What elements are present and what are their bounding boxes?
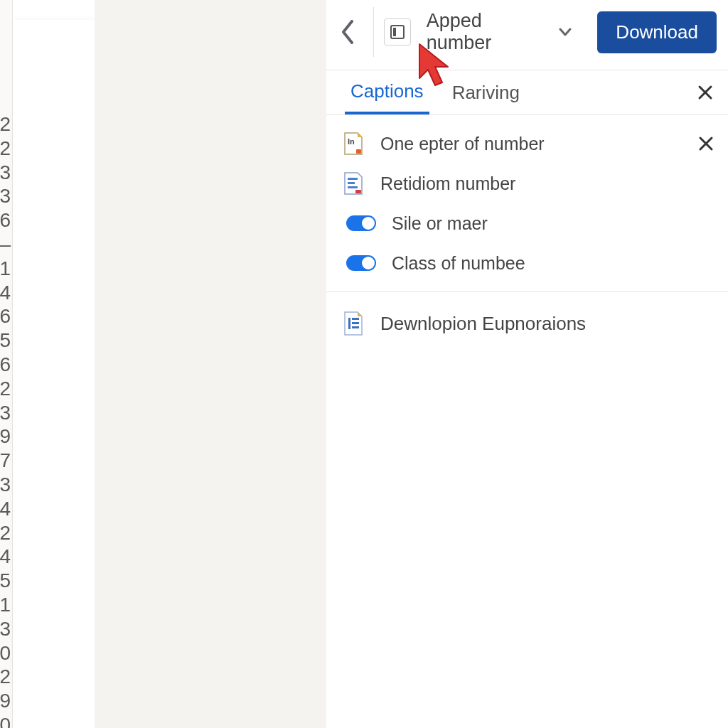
line-number: 2 <box>0 136 11 161</box>
line-number: 2 <box>0 665 11 689</box>
chevron-left-icon <box>341 20 355 44</box>
option-class-toggle-row: Class of numbee <box>342 243 714 283</box>
line-number: 1 <box>0 593 11 617</box>
svg-rect-6 <box>348 186 358 188</box>
side-panel: Apped number Download Captions Rariving … <box>326 0 728 728</box>
line-number: 2 <box>0 521 11 545</box>
close-icon <box>698 136 714 151</box>
extra-row-label: Dewnlopion Eupnoraions <box>380 313 586 335</box>
download-button[interactable]: Download <box>597 11 717 53</box>
tabs-row: Captions Rariving <box>326 70 728 115</box>
line-number: 3 <box>0 617 11 641</box>
toggle-label: Sile or maer <box>392 213 488 234</box>
line-number: 2 <box>0 112 11 136</box>
line-number: 3 <box>0 161 11 185</box>
toolbar-square-button[interactable] <box>384 18 411 46</box>
line-number: 0 <box>0 641 11 665</box>
line-number: 7 <box>0 449 11 473</box>
separator <box>326 291 728 292</box>
option-sile-toggle-row: Sile or maer <box>342 203 714 243</box>
option-label: Retidiom number <box>380 173 515 194</box>
line-number: 2 <box>0 377 11 401</box>
option-label: One epter of number <box>380 134 545 154</box>
toggle-label: Class of numbee <box>392 253 525 274</box>
divider <box>373 7 374 57</box>
svg-text:In: In <box>348 137 355 146</box>
close-tabs-button[interactable] <box>697 84 714 101</box>
line-number: 4 <box>0 497 11 521</box>
svg-rect-0 <box>391 26 404 38</box>
svg-rect-9 <box>352 318 359 320</box>
svg-rect-3 <box>356 149 361 154</box>
option-retidiom[interactable]: Retidiom number <box>342 164 714 203</box>
line-number: 0 <box>0 713 11 728</box>
line-number: 6 <box>0 353 11 377</box>
svg-rect-10 <box>352 322 359 324</box>
line-number-gutter: 22336–14656239734245130290 <box>0 0 13 728</box>
svg-rect-4 <box>348 178 358 180</box>
line-number: 5 <box>0 328 11 353</box>
line-number: 6 <box>0 304 11 328</box>
panel-icon <box>390 24 405 40</box>
canvas-gap <box>95 0 326 728</box>
line-number: 9 <box>0 424 11 449</box>
svg-rect-5 <box>348 182 355 184</box>
close-icon <box>697 84 714 101</box>
tab-rariving[interactable]: Rariving <box>446 70 525 114</box>
options-section: In One epter of number <box>326 115 728 346</box>
line-number: 4 <box>0 281 11 305</box>
panel-toolbar: Apped number Download <box>326 0 728 64</box>
line-number: 3 <box>0 401 11 425</box>
svg-rect-1 <box>393 28 396 36</box>
toggle-class[interactable] <box>346 255 376 271</box>
line-number: 6 <box>0 208 11 232</box>
svg-rect-8 <box>348 318 350 329</box>
line-number: 3 <box>0 184 11 208</box>
line-number: 3 <box>0 473 11 497</box>
chevron-down-icon <box>559 28 572 36</box>
dewnlopion-row[interactable]: Dewnlopion Eupnoraions <box>342 301 714 346</box>
line-number: 9 <box>0 689 11 713</box>
remove-option-button[interactable] <box>698 136 714 151</box>
toggle-sile[interactable] <box>346 215 376 231</box>
svg-rect-7 <box>355 190 361 193</box>
file-in-icon: In <box>342 132 365 156</box>
option-one-epter[interactable]: In One epter of number <box>342 124 714 164</box>
append-number-dropdown[interactable]: Apped number <box>421 6 578 58</box>
doc-outline-icon <box>342 311 365 336</box>
list-file-icon <box>342 171 365 196</box>
svg-rect-11 <box>352 326 359 328</box>
line-number: 1 <box>0 257 11 281</box>
document-page <box>13 20 95 728</box>
dropdown-label: Apped number <box>427 10 552 54</box>
tab-captions[interactable]: Captions <box>345 70 429 114</box>
line-number: 5 <box>0 569 11 593</box>
line-number: – <box>0 232 11 257</box>
back-button[interactable] <box>332 16 363 48</box>
line-number: 4 <box>0 545 11 569</box>
